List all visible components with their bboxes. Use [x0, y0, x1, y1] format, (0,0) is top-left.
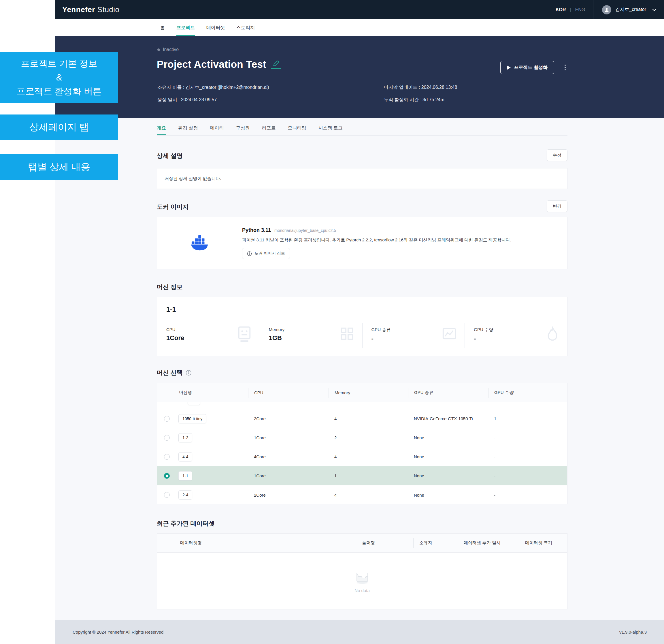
- description-empty-text: 저장된 상세 설명이 없습니다.: [165, 176, 221, 181]
- lang-divider: |: [570, 7, 571, 13]
- chevron-down-icon: [652, 8, 657, 11]
- language-switch: KOR | ENG: [556, 7, 585, 13]
- radio-button[interactable]: [164, 435, 170, 441]
- cell-memory: 4: [329, 454, 408, 459]
- activate-project-button[interactable]: 프로젝트 활성화: [500, 61, 554, 74]
- radio-button[interactable]: [164, 416, 170, 422]
- spec-cpu: CPU 1Core: [157, 321, 260, 353]
- status-dot-icon: [157, 48, 160, 51]
- nav-item-projects[interactable]: 프로젝트: [177, 19, 195, 36]
- table-row-selected[interactable]: 1-1 1Core 1 None -: [157, 466, 567, 485]
- edit-description-button[interactable]: 수정: [547, 149, 567, 161]
- cell-cpu: 2Core: [248, 416, 329, 421]
- status-label: Inactive: [163, 47, 179, 52]
- lang-eng[interactable]: ENG: [575, 7, 585, 13]
- table-header: 머신명 CPU Memory GPU 종류 GPU 수량: [157, 383, 567, 402]
- radio-button[interactable]: [164, 492, 170, 498]
- project-hero: Inactive Project Activation Test 소유자 이름 …: [55, 36, 664, 118]
- column-header: 소유자: [413, 538, 458, 548]
- cell-gpu-type: None: [408, 492, 488, 498]
- docker-image-name: Python 3.11: [242, 227, 271, 233]
- datasets-table: 데이터셋명 폴더명 소유자 데이터셋 추가 일시 데이터셋 크기 No data: [157, 533, 567, 609]
- no-data-label: No data: [354, 588, 370, 593]
- avatar-icon: [602, 5, 611, 15]
- app-frame: YenneferStudio KOR | ENG 김지호_creator 홈 프…: [55, 0, 664, 644]
- lang-kor[interactable]: KOR: [556, 7, 566, 13]
- pencil-underline: [271, 68, 281, 69]
- empty-state: No data: [157, 552, 567, 609]
- meta-active-time: 누적 활성화 시간 : 3d 7h 24m: [384, 97, 444, 103]
- cell-gpu-count: 1: [488, 416, 567, 421]
- radio-button-checked[interactable]: [164, 473, 170, 479]
- cell-gpu-type: None: [408, 454, 488, 459]
- column-header: CPU: [248, 388, 329, 398]
- tab-report[interactable]: 리포트: [262, 122, 275, 135]
- tab-system-log[interactable]: 시스템 로그: [318, 122, 343, 135]
- topbar-right: KOR | ENG 김지호_creator: [556, 0, 664, 19]
- cell-cpu: 2Core: [248, 492, 329, 498]
- machine-name-chip: 4-4: [179, 452, 192, 461]
- cell-gpu-count: -: [488, 492, 567, 498]
- tab-overview[interactable]: 개요: [157, 122, 166, 135]
- table-row[interactable]: 4-4 4Core 4 None -: [157, 447, 567, 466]
- radio-button[interactable]: [164, 454, 170, 460]
- annotation-line: &: [56, 71, 62, 84]
- docker-info-button[interactable]: 도커 이미지 정보: [242, 248, 290, 259]
- app-logo[interactable]: YenneferStudio: [62, 5, 120, 14]
- section-title-datasets: 최근 추가된 데이터셋: [157, 519, 215, 527]
- main-nav: 홈 프로젝트 데이터셋 스토리지: [55, 19, 664, 36]
- column-header: 데이터셋명: [157, 538, 356, 548]
- page-title: Project Activation Test: [157, 59, 266, 70]
- version-label: v1.9.0-alpha.3: [619, 629, 647, 635]
- column-header: GPU 수량: [488, 388, 567, 398]
- table-row[interactable]: 1050-ti-tiny 2Core 4 NVIDIA-GeForce-GTX-…: [157, 409, 567, 428]
- section-title-machine-info: 머신 정보: [157, 283, 183, 291]
- cpu-icon: [236, 326, 252, 343]
- spec-gpu-type: GPU 종류 -: [362, 321, 465, 353]
- annotation-detail-tabs: 상세페이지 탭: [0, 115, 118, 140]
- detail-tabs: 개요 환경 설정 데이터 구성원 리포트 모니터링 시스템 로그: [157, 122, 567, 136]
- activate-label: 프로젝트 활성화: [514, 65, 547, 71]
- docker-image-tag: mondrianai/jupyter_base_cpu:c2.5: [274, 228, 336, 233]
- cell-memory: 1: [329, 473, 408, 478]
- spec-memory: Memory 1GB: [260, 321, 362, 353]
- machine-name-chip: 1-1: [179, 471, 192, 481]
- tab-data[interactable]: 데이터: [210, 122, 224, 135]
- section-title-machine-select: 머신 선택: [157, 368, 192, 377]
- annotation-project-info: 프로젝트 기본 정보 & 프로젝트 활성화 버튼: [0, 52, 118, 103]
- machine-select-title: 머신 선택: [157, 368, 183, 377]
- logo-primary: Yennefer: [62, 5, 95, 14]
- logo-secondary: Studio: [98, 5, 120, 14]
- cell-gpu-type: NVIDIA-GeForce-GTX-1050-Ti: [408, 416, 488, 421]
- annotation-line: 프로젝트 기본 정보: [21, 57, 97, 71]
- table-header: 데이터셋명 폴더명 소유자 데이터셋 추가 일시 데이터셋 크기: [157, 534, 567, 552]
- memory-grid-icon: [339, 326, 355, 341]
- change-docker-button[interactable]: 변경: [547, 200, 567, 212]
- edit-title-button[interactable]: [271, 60, 281, 69]
- table-row[interactable]: 2-4 2Core 4 None -: [157, 485, 567, 504]
- play-icon: [507, 65, 511, 70]
- table-row[interactable]: 1-2 1Core 2 None -: [157, 428, 567, 447]
- user-menu[interactable]: 김지호_creator: [594, 5, 664, 15]
- meta-created: 생성 일시 : 2024.04.23 09:57: [157, 97, 384, 103]
- tab-monitoring[interactable]: 모니터링: [288, 122, 306, 135]
- machine-name-chip: 1050-ti-tiny: [179, 414, 206, 423]
- machine-name-chip: 1-2: [179, 433, 192, 442]
- nav-item-datasets[interactable]: 데이터셋: [206, 19, 225, 36]
- cell-cpu: 1Core: [248, 435, 329, 440]
- info-icon[interactable]: [186, 370, 192, 376]
- cell-gpu-type: None: [408, 473, 488, 478]
- machine-select-table: 머신명 CPU Memory GPU 종류 GPU 수량 1050-ti-tin…: [157, 383, 567, 504]
- section-title-description: 상세 설명: [157, 152, 183, 160]
- column-header: Memory: [329, 388, 408, 398]
- tab-members[interactable]: 구성원: [236, 122, 250, 135]
- nav-item-home[interactable]: 홈: [160, 19, 165, 36]
- column-header: GPU 종류: [408, 388, 488, 398]
- table-row-clipped: [157, 402, 567, 409]
- nav-item-storage[interactable]: 스토리지: [236, 19, 255, 36]
- annotation-tab-content: 탭별 상세 내용: [0, 154, 118, 180]
- flame-icon: [545, 326, 560, 343]
- tab-env-settings[interactable]: 환경 설정: [178, 122, 198, 135]
- cell-cpu: 1Core: [248, 473, 329, 478]
- kebab-menu-icon[interactable]: [563, 63, 567, 72]
